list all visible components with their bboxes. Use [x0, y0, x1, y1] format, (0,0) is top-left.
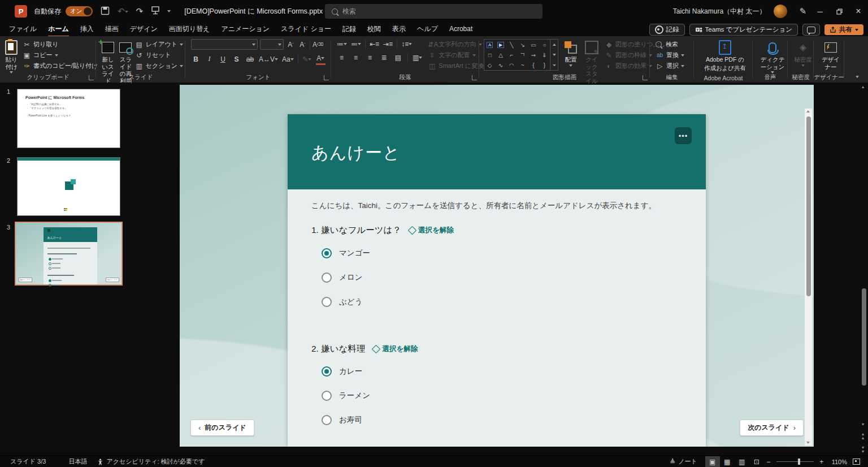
form-scrollbar-thumb[interactable]: [806, 116, 811, 296]
decrease-font-size-button[interactable]: Aˇ: [298, 40, 307, 50]
tab-insert[interactable]: 挿入: [75, 23, 99, 37]
question-2-option-1[interactable]: カレー: [322, 366, 362, 377]
redo-icon[interactable]: ↷: [136, 6, 144, 16]
numbering-button[interactable]: ≕: [351, 39, 361, 49]
scroll-down-icon[interactable]: ▾: [862, 422, 864, 426]
font-size-combobox[interactable]: [260, 39, 284, 50]
tab-draw[interactable]: 描画: [99, 23, 124, 37]
question-2-option-2[interactable]: ラーメン: [322, 391, 370, 401]
next-slide-scroll-icon[interactable]: ▾▾: [862, 446, 864, 453]
next-slide-button[interactable]: 次のスライド ›: [740, 420, 804, 436]
search-input[interactable]: 検索: [325, 4, 542, 19]
tab-home[interactable]: ホーム: [42, 23, 75, 37]
question-2-clear-selection-link[interactable]: 選択を解除: [373, 344, 418, 354]
sensitivity-button[interactable]: ◈ 秘密度: [791, 39, 815, 68]
collapse-ribbon-chevron-icon[interactable]: [856, 76, 859, 78]
slide-2-thumbnail[interactable]: [17, 157, 120, 216]
increase-font-size-button[interactable]: Aˆ: [286, 40, 296, 50]
previous-slide-scroll-icon[interactable]: ▴▴: [862, 432, 864, 440]
new-slide-button[interactable]: 新しいスライド: [99, 39, 116, 89]
form-scroll-down-icon[interactable]: [806, 442, 810, 444]
slide-canvas[interactable]: あんけーと ••• こんにちは、Taichi。このフォームを送信すると、所有者に…: [180, 85, 814, 447]
minimize-button[interactable]: ─: [810, 0, 830, 23]
shape-gallery[interactable]: A ▶ ╲ ↘ ▭ ○ □ △ ⌐ ㄱ ⇒ ⇓ ◇ ∿ ◠: [484, 39, 550, 71]
shape-brace-right[interactable]: }: [539, 60, 550, 70]
align-center-button[interactable]: ≡: [351, 53, 361, 63]
tab-transitions[interactable]: 画面切り替え: [163, 23, 216, 37]
tab-review[interactable]: 校閲: [362, 23, 387, 37]
scrollbar-thumb[interactable]: [862, 288, 866, 386]
italic-button[interactable]: I: [205, 54, 214, 64]
zoom-slider[interactable]: [776, 461, 814, 462]
cut-button[interactable]: ✂切り取り: [23, 39, 98, 50]
user-name[interactable]: Taichi Nakamura（中村 太一）: [673, 7, 766, 16]
quick-access-toolbar-chevron-icon[interactable]: [167, 10, 171, 12]
gallery-scroll-up[interactable]: [553, 44, 556, 46]
tab-record[interactable]: 記録: [337, 23, 362, 37]
select-button[interactable]: ▷選択: [656, 60, 692, 71]
shape-rectangle[interactable]: ▭: [528, 40, 539, 50]
shape-arrow-line[interactable]: ↘: [517, 40, 528, 50]
paragraph-dialog-launcher[interactable]: [472, 75, 477, 80]
powerpoint-logo-icon[interactable]: P: [15, 5, 27, 18]
section-button[interactable]: ▥セクション: [135, 60, 183, 71]
justify-button[interactable]: ≣: [379, 53, 389, 63]
underline-button[interactable]: U: [218, 54, 228, 64]
shape-line[interactable]: ╲: [506, 40, 517, 50]
pen-settings-icon[interactable]: ✎: [799, 6, 806, 16]
restore-button[interactable]: [830, 0, 849, 23]
shape-elbow[interactable]: ⌐: [506, 50, 517, 60]
language-indicator[interactable]: 日本語: [68, 457, 87, 466]
form-scrollbar[interactable]: [805, 109, 812, 446]
highlight-color-button[interactable]: ✎: [302, 54, 312, 64]
font-dialog-launcher[interactable]: [324, 75, 329, 80]
shape-freeform[interactable]: ◇: [484, 60, 495, 70]
quick-styles-button[interactable]: クイック スタイル: [583, 39, 600, 89]
tab-file[interactable]: ファイル: [3, 23, 42, 37]
radio-unselected-icon[interactable]: [322, 273, 332, 283]
bullets-button[interactable]: ≔: [337, 39, 347, 49]
shape-arrow-down[interactable]: ⇓: [539, 50, 550, 60]
question-2-option-3[interactable]: お寿司: [322, 415, 362, 425]
character-spacing-button[interactable]: A↔V: [259, 54, 278, 64]
increase-indent-button[interactable]: ⇥≡: [383, 39, 393, 49]
copy-button[interactable]: ▣コピー: [23, 50, 98, 60]
slide-indicator[interactable]: スライド 3/3: [10, 457, 46, 466]
strikethrough-button[interactable]: ab: [245, 54, 255, 64]
autosave-toggle[interactable]: オン: [66, 6, 93, 16]
align-right-button[interactable]: ≡: [365, 53, 375, 63]
scroll-up-icon[interactable]: ▴: [862, 85, 864, 89]
zoom-level[interactable]: 110%: [832, 459, 847, 465]
zoom-slider-thumb[interactable]: [798, 459, 800, 465]
distribute-button[interactable]: ▤: [393, 53, 403, 63]
gallery-more[interactable]: [553, 64, 556, 66]
slide-sorter-view-button[interactable]: ▦: [720, 456, 735, 467]
accessibility-status[interactable]: アクセシビリティ: 検討が必要です: [97, 457, 205, 466]
format-painter-button[interactable]: ✑書式のコピー/貼り付け: [23, 60, 98, 71]
gallery-scroll-down[interactable]: [553, 54, 556, 56]
notes-button[interactable]: ≜ ノート: [670, 457, 697, 466]
radio-unselected-icon[interactable]: [322, 391, 332, 401]
normal-view-button[interactable]: ▣: [705, 456, 720, 467]
replace-button[interactable]: ab置換: [656, 50, 692, 60]
user-avatar[interactable]: [774, 5, 787, 18]
shape-brace-left[interactable]: {: [528, 60, 539, 70]
shape-scribble[interactable]: ∿: [495, 60, 506, 70]
reset-button[interactable]: ↺リセット: [135, 50, 183, 60]
radio-unselected-icon[interactable]: [322, 415, 332, 425]
find-button[interactable]: 検索: [656, 39, 692, 50]
slide-1-thumbnail[interactable]: PowerPoint に Microsoft Forms ・「対話型の会議に出席…: [17, 89, 120, 148]
change-case-button[interactable]: Aa: [282, 54, 294, 64]
tab-design[interactable]: デザイン: [124, 23, 163, 37]
create-pdf-button[interactable]: Adobe PDF の 作成および共有: [697, 39, 753, 72]
designer-button[interactable]: デザイナー: [817, 39, 844, 71]
shape-curve[interactable]: ~: [517, 60, 528, 70]
font-color-button[interactable]: A: [316, 53, 326, 65]
clipboard-dialog-launcher[interactable]: [89, 75, 94, 80]
radio-unselected-icon[interactable]: [322, 297, 332, 307]
shape-arrow-right[interactable]: ⇒: [528, 50, 539, 60]
previous-slide-button[interactable]: ‹ 前のスライド: [190, 420, 254, 436]
shape-textbox[interactable]: A: [484, 40, 495, 50]
bold-button[interactable]: B: [191, 54, 201, 64]
close-button[interactable]: ×: [849, 0, 868, 23]
